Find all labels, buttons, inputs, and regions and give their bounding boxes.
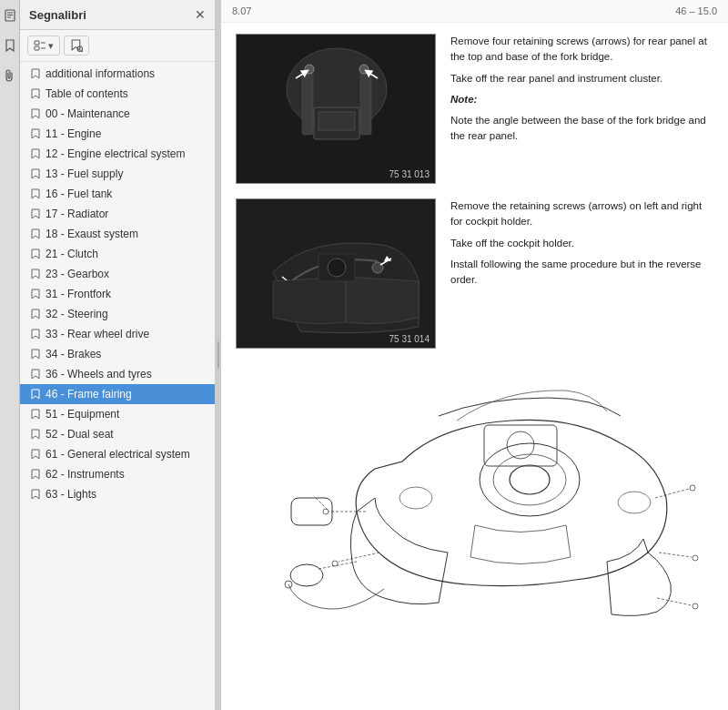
sidebar-items-list: additional informations Table of content… xyxy=(20,62,215,710)
sidebar-item-36-wheels-and-tyres[interactable]: 36 - Wheels and tyres xyxy=(20,364,215,384)
content-row-top: 75 31 013 Remove four retaining screws (… xyxy=(236,34,713,184)
sidebar-item-61-general-electrical[interactable]: 61 - General electrical system xyxy=(20,444,215,464)
main-content: 8.07 46 – 15.0 xyxy=(221,0,728,710)
svg-point-27 xyxy=(328,259,346,277)
svg-line-37 xyxy=(655,489,689,498)
svg-rect-5 xyxy=(35,46,39,50)
page-left-icon[interactable] xyxy=(4,9,16,25)
svg-point-40 xyxy=(693,555,698,561)
sidebar-item-17-radiator[interactable]: 17 - Radiator xyxy=(20,204,215,224)
sidebar-item-18-exhaust[interactable]: 18 - Exaust system xyxy=(20,224,215,244)
page-number-left: 8.07 xyxy=(232,5,251,16)
page-number-right: 46 – 15.0 xyxy=(675,5,717,16)
svg-point-17 xyxy=(305,65,314,74)
svg-rect-4 xyxy=(35,41,39,45)
sidebar-item-51-equipment[interactable]: 51 - Equipment xyxy=(20,404,215,424)
svg-point-42 xyxy=(693,604,698,609)
content-row-bottom: 75 31 014 Remove the retaining screws (a… xyxy=(236,198,713,349)
sidebar-item-31-frontfork[interactable]: 31 - Frontfork xyxy=(20,284,215,304)
svg-point-48 xyxy=(399,487,432,509)
svg-rect-44 xyxy=(291,498,332,525)
instruction-text-1: Remove four retaining screws (arrows) fo… xyxy=(450,34,713,66)
attachment-left-icon[interactable] xyxy=(5,69,15,85)
sidebar-item-62-instruments[interactable]: 62 - Instruments xyxy=(20,464,215,484)
sidebar-item-additional-informations[interactable]: additional informations xyxy=(20,64,215,84)
instruction-text-2: Take off the rear panel and instrument c… xyxy=(450,71,713,86)
svg-point-38 xyxy=(690,485,695,491)
note-label: Note: xyxy=(450,92,713,107)
sidebar-item-46-frame-fairing[interactable]: 46 - Frame fairing xyxy=(20,384,215,404)
sidebar-item-21-clutch[interactable]: 21 - Clutch xyxy=(20,244,215,264)
sidebar-title: Segnalibri xyxy=(29,8,86,22)
content-area: 75 31 013 Remove four retaining screws (… xyxy=(221,23,728,627)
note-text: Note the angle between the base of the f… xyxy=(450,113,713,145)
exploded-diagram xyxy=(238,370,712,616)
page-header: 8.07 46 – 15.0 xyxy=(221,0,728,23)
sidebar-item-34-brakes[interactable]: 34 - Brakes xyxy=(20,344,215,364)
image-1-label: 75 31 013 xyxy=(389,169,430,179)
svg-point-18 xyxy=(359,65,369,74)
svg-point-34 xyxy=(323,509,329,514)
sidebar-item-23-gearbox[interactable]: 23 - Gearbox xyxy=(20,264,215,284)
svg-line-41 xyxy=(657,598,692,605)
document-image-2: 75 31 014 xyxy=(236,198,436,349)
content-text-top: Remove four retaining screws (arrows) fo… xyxy=(450,34,713,150)
image-2-label: 75 31 014 xyxy=(389,334,430,344)
search-bookmark-button[interactable] xyxy=(64,36,89,56)
svg-line-35 xyxy=(339,553,379,562)
svg-line-9 xyxy=(82,51,83,52)
sidebar-item-11-engine[interactable]: 11 - Engine xyxy=(20,124,215,144)
sidebar-item-13-fuel-supply[interactable]: 13 - Fuel supply xyxy=(20,164,215,184)
instruction-text-4: Take off the cockpit holder. xyxy=(450,236,713,251)
svg-rect-15 xyxy=(302,71,313,135)
svg-point-30 xyxy=(510,465,550,494)
bookmark-left-icon[interactable] xyxy=(5,39,15,55)
sidebar-header: Segnalibri ✕ xyxy=(20,0,215,30)
sidebar: Segnalibri ✕ ▾ additional informations xyxy=(20,0,216,710)
sidebar-item-16-fuel-tank[interactable]: 16 - Fuel tank xyxy=(20,184,215,204)
sidebar-item-63-lights[interactable]: 63 - Lights xyxy=(20,484,215,504)
sidebar-item-12-engine-electrical[interactable]: 12 - Engine electrical system xyxy=(20,144,215,164)
sidebar-item-00-maintenance[interactable]: 00 - Maintenance xyxy=(20,104,215,124)
sidebar-item-32-steering[interactable]: 32 - Steering xyxy=(20,304,215,324)
instruction-text-3: Remove the retaining screws (arrows) on … xyxy=(450,198,713,230)
document-image-1: 75 31 013 xyxy=(236,34,436,184)
expand-button[interactable]: ▾ xyxy=(27,36,60,56)
svg-rect-20 xyxy=(318,112,355,130)
sidebar-close-button[interactable]: ✕ xyxy=(195,7,206,22)
diagram-area xyxy=(236,363,713,616)
svg-point-29 xyxy=(493,454,566,505)
svg-point-49 xyxy=(618,492,651,513)
sidebar-item-52-dual-seat[interactable]: 52 - Dual seat xyxy=(20,424,215,444)
svg-point-46 xyxy=(290,564,323,586)
sidebar-item-table-of-contents[interactable]: Table of contents xyxy=(20,84,215,104)
left-panel xyxy=(0,0,20,710)
svg-line-39 xyxy=(659,553,692,557)
instruction-text-5: Install following the same procedure but… xyxy=(450,257,713,289)
sidebar-toolbar: ▾ xyxy=(20,30,215,62)
svg-rect-16 xyxy=(360,71,371,135)
content-text-bottom: Remove the retaining screws (arrows) on … xyxy=(450,198,713,293)
sidebar-item-33-rear-wheel-drive[interactable]: 33 - Rear wheel drive xyxy=(20,324,215,344)
